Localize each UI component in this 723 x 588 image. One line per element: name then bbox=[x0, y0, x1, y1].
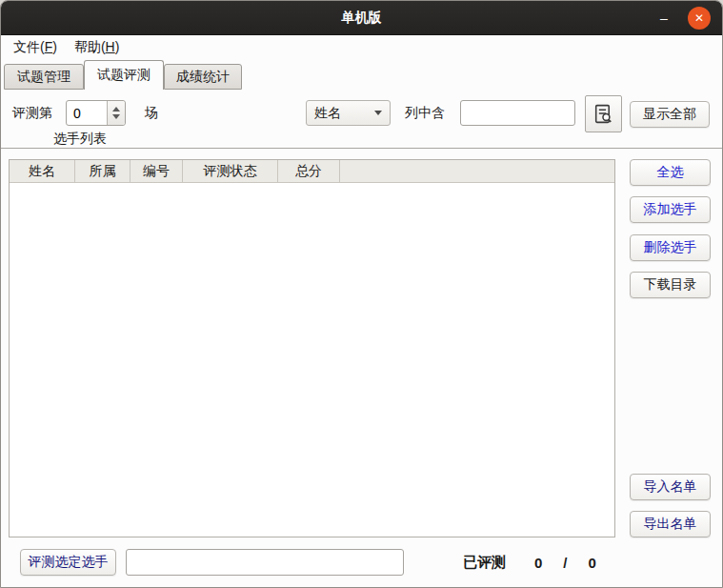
table-header-row: 姓名 所属 编号 评测状态 总分 bbox=[10, 160, 614, 183]
select-all-button[interactable]: 全选 bbox=[630, 159, 711, 186]
search-list-button[interactable] bbox=[585, 95, 622, 132]
tab-strip: 试题管理 试题评测 成绩统计 bbox=[1, 60, 722, 90]
col-header-group[interactable]: 所属 bbox=[75, 160, 131, 182]
player-table[interactable]: 姓名 所属 编号 评测状态 总分 bbox=[9, 159, 615, 537]
filter-column-select[interactable]: 姓名 bbox=[306, 100, 391, 126]
search-list-icon bbox=[592, 102, 615, 126]
col-header-number[interactable]: 编号 bbox=[131, 160, 183, 182]
title-bar[interactable]: 单机版 – ✕ bbox=[1, 1, 722, 35]
evaluated-count: 0 bbox=[534, 555, 542, 571]
contains-label: 列中含 bbox=[405, 105, 445, 122]
pane-top-border bbox=[1, 148, 722, 149]
menu-help[interactable]: 帮助(H) bbox=[66, 36, 128, 59]
menu-bar: 文件(F) 帮助(H) bbox=[1, 35, 722, 60]
evaluated-label: 已评测 bbox=[463, 554, 506, 572]
add-player-button[interactable]: 添加选手 bbox=[630, 196, 711, 223]
show-all-button[interactable]: 显示全部 bbox=[630, 101, 710, 128]
player-list-section-label: 选手列表 bbox=[53, 131, 107, 148]
tab-question-evaluation[interactable]: 试题评测 bbox=[84, 60, 164, 90]
evaluated-total: 0 bbox=[589, 555, 596, 571]
window-title: 单机版 bbox=[342, 10, 382, 27]
chevron-down-icon bbox=[374, 111, 382, 115]
col-header-filler bbox=[340, 160, 614, 182]
tab-question-management[interactable]: 试题管理 bbox=[4, 64, 84, 90]
col-header-name[interactable]: 姓名 bbox=[10, 160, 75, 182]
session-round-prefix-label: 评测第 bbox=[12, 105, 52, 122]
col-header-status[interactable]: 评测状态 bbox=[183, 160, 278, 182]
tab-score-statistics[interactable]: 成绩统计 bbox=[164, 64, 242, 90]
close-icon[interactable]: ✕ bbox=[688, 7, 711, 30]
menu-file[interactable]: 文件(F) bbox=[5, 36, 66, 59]
filter-column-value: 姓名 bbox=[314, 105, 341, 122]
download-directory-button[interactable]: 下载目录 bbox=[630, 272, 711, 298]
import-list-button[interactable]: 导入名单 bbox=[630, 474, 711, 500]
col-header-score[interactable]: 总分 bbox=[278, 160, 340, 182]
export-list-button[interactable]: 导出名单 bbox=[630, 511, 711, 537]
evaluated-status: 已评测 0 / 0 bbox=[463, 549, 596, 576]
round-spinbox-input[interactable] bbox=[67, 101, 107, 125]
app-window: 单机版 – ✕ 文件(F) 帮助(H) 试题管理 试题评测 成绩统计 评测第 场… bbox=[0, 0, 723, 588]
filter-search-input[interactable] bbox=[460, 100, 575, 126]
spinbox-arrows[interactable] bbox=[107, 101, 125, 125]
evaluated-separator: / bbox=[563, 555, 567, 571]
session-round-suffix-label: 场 bbox=[145, 105, 158, 122]
spinner-up-icon[interactable] bbox=[112, 107, 120, 112]
footer-input[interactable] bbox=[126, 549, 404, 576]
spinner-down-icon[interactable] bbox=[112, 114, 120, 119]
minimize-icon[interactable]: – bbox=[655, 10, 673, 27]
evaluate-selected-button[interactable]: 评测选定选手 bbox=[20, 549, 116, 576]
round-spinbox[interactable] bbox=[66, 100, 126, 126]
remove-player-button[interactable]: 删除选手 bbox=[630, 234, 711, 261]
